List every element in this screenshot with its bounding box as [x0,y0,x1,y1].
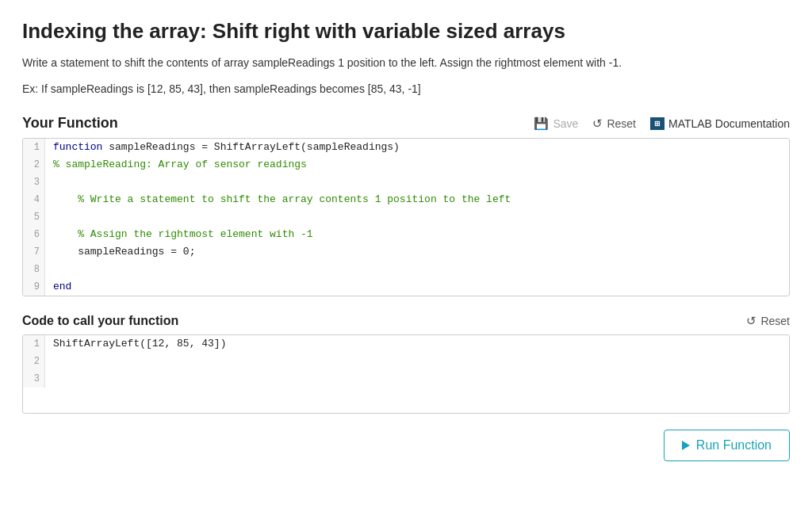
line-number: 1 [23,139,45,156]
line-number: 5 [23,208,45,226]
line-content: function sampleReadings = ShiftArrayLeft… [45,139,400,156]
save-label: Save [553,117,578,130]
line-number: 3 [23,370,45,388]
line-number: 9 [23,278,45,296]
line-number: 8 [23,261,45,278]
line-content: end [45,278,71,296]
save-icon: 💾 [534,117,549,131]
line-content [45,208,53,226]
description-text: Write a statement to shift the contents … [22,55,790,71]
code-call-reset-label: Reset [760,315,790,327]
table-row: 3 [23,174,789,191]
code-call-reset-button[interactable]: ↺ Reset [746,314,790,328]
line-content: ShiftArrayLeft([12, 85, 43]) [45,335,226,353]
line-number: 2 [23,156,45,174]
save-button[interactable]: 💾 Save [534,117,578,131]
table-row: 5 [23,208,789,226]
code-call-header: Code to call your function ↺ Reset [22,314,790,328]
matlab-doc-button[interactable]: ⊞ MATLAB Documentation [650,117,790,130]
reset-label: Reset [607,117,636,130]
function-editor[interactable]: 1function sampleReadings = ShiftArrayLef… [22,138,790,296]
run-function-button[interactable]: Run Function [664,430,790,461]
line-content: % sampleReading: Array of sensor reading… [45,156,307,174]
table-row: 2 [23,353,789,370]
table-row: 1function sampleReadings = ShiftArrayLef… [23,139,789,156]
code-call-editor[interactable]: 1ShiftArrayLeft([12, 85, 43])23 [22,334,790,414]
play-icon [682,441,690,450]
table-row: 3 [23,370,789,388]
toolbar: 💾 Save ↺ Reset ⊞ MATLAB Documentation [534,117,790,131]
code-call-reset-icon: ↺ [746,314,756,328]
line-number: 2 [23,353,45,370]
line-content [45,174,53,191]
run-function-label: Run Function [696,438,772,453]
your-function-title: Your Function [22,115,118,132]
line-content [45,353,53,370]
line-content: % Write a statement to shift the array c… [45,191,511,208]
table-row: 4 % Write a statement to shift the array… [23,191,789,208]
table-row: 1ShiftArrayLeft([12, 85, 43]) [23,335,789,353]
your-function-header: Your Function 💾 Save ↺ Reset ⊞ MATLAB Do… [22,115,790,132]
line-content: % Assign the rightmost element with -1 [45,226,313,243]
page-title: Indexing the array: Shift right with var… [22,19,790,44]
line-number: 3 [23,174,45,191]
line-content: sampleReadings = 0; [45,243,195,261]
reset-button[interactable]: ↺ Reset [592,117,636,131]
line-content [45,370,53,388]
line-number: 7 [23,243,45,261]
line-number: 6 [23,226,45,243]
table-row: 7 sampleReadings = 0; [23,243,789,261]
matlab-doc-label: MATLAB Documentation [668,117,790,130]
line-number: 1 [23,335,45,353]
example-text: Ex: If sampleReadings is [12, 85, 43], t… [22,81,790,97]
code-call-title: Code to call your function [22,314,178,328]
matlab-icon: ⊞ [650,117,665,130]
bottom-bar: Run Function [22,426,790,461]
line-content [45,261,53,278]
line-number: 4 [23,191,45,208]
table-row: 6 % Assign the rightmost element with -1 [23,226,789,243]
reset-icon: ↺ [592,117,603,131]
table-row: 9end [23,278,789,296]
table-row: 8 [23,261,789,278]
table-row: 2% sampleReading: Array of sensor readin… [23,156,789,174]
